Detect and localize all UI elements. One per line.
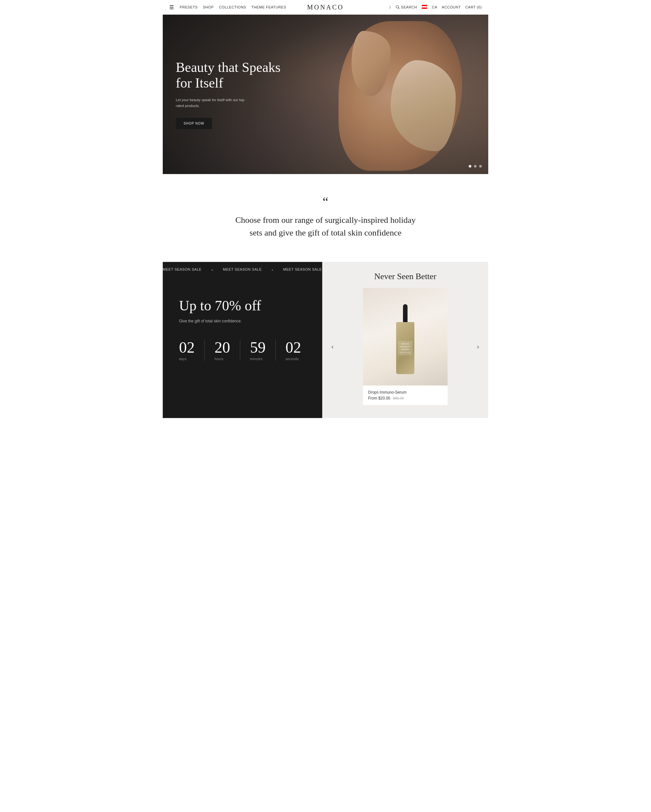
hero-dot-1[interactable]: [469, 165, 471, 168]
main-nav: PRESETS SHOP COLLECTIONS THEME FEATURES: [180, 5, 286, 9]
bottle-product-sub: AMINO SERUM: [399, 352, 411, 353]
countdown-seconds: 02 seconds: [286, 340, 311, 361]
country-flag-icon: [422, 5, 427, 10]
countdown-minutes: 59 minutes: [250, 340, 276, 361]
hamburger-icon[interactable]: ☰: [169, 4, 174, 11]
days-value: 02: [179, 340, 195, 355]
hero-content: Beauty that Speaks for Itself Let your b…: [163, 60, 300, 130]
dark-panel: Meet Season Sale • Meet Season Sale • Me…: [163, 262, 322, 418]
hero-subtitle: Let your beauty speak for itself with ou…: [176, 97, 248, 109]
hours-label: hours: [214, 357, 230, 361]
countdown-hours: 20 hours: [214, 340, 240, 361]
hours-value: 20: [214, 340, 230, 355]
ticker-item-1: Meet Season Sale: [163, 267, 211, 273]
product-image[interactable]: MÁDARA INFINITY DROPS AMINO SERUM: [363, 288, 448, 386]
header: ☰ PRESETS SHOP COLLECTIONS THEME FEATURE…: [163, 0, 488, 15]
nav-shop[interactable]: SHOP: [203, 5, 214, 9]
product-bottle: MÁDARA INFINITY DROPS AMINO SERUM: [392, 304, 418, 369]
site-logo[interactable]: MONACO: [307, 4, 344, 11]
price-original: $85.00: [393, 396, 404, 400]
minutes-label: minutes: [250, 357, 266, 361]
header-right: ☽ SEARCH CA ACCOUNT CART (0): [388, 5, 482, 10]
price-current: From $20.00: [368, 396, 390, 400]
quote-mark: “: [176, 197, 475, 207]
bottle-brand-text: MÁDARA: [399, 343, 411, 345]
product-pricing: From $20.00 $85.00: [368, 396, 442, 400]
sale-subtitle: Give the gift of total skin confidence.: [179, 319, 306, 324]
countdown: 02 days 20 hours 59 minutes 02 seconds: [179, 340, 306, 361]
carousel-prev-button[interactable]: ‹: [329, 340, 336, 353]
ticker-dot-2: •: [272, 267, 274, 273]
account-link[interactable]: ACCOUNT: [442, 5, 461, 9]
hero-dots: [469, 165, 482, 168]
hero-section: Beauty that Speaks for Itself Let your b…: [163, 15, 488, 174]
seconds-value: 02: [286, 340, 301, 355]
search-button[interactable]: SEARCH: [396, 5, 417, 9]
svg-line-1: [399, 8, 399, 9]
hero-title: Beauty that Speaks for Itself: [176, 60, 300, 91]
bottle-cap: [403, 304, 408, 324]
split-section: Meet Season Sale • Meet Season Sale • Me…: [163, 262, 488, 418]
cart-link[interactable]: CART (0): [466, 5, 482, 9]
product-info: Drops Immuno-Serum From $20.00 $85.00: [363, 386, 448, 405]
carousel-next-button[interactable]: ›: [474, 340, 482, 353]
hero-dot-2[interactable]: [474, 165, 477, 168]
quote-section: “ Choose from our range of surgically-in…: [163, 174, 488, 262]
product-name: Drops Immuno-Serum: [368, 390, 442, 395]
bottle-product-name: INFINITY DROPS: [399, 345, 411, 351]
ticker-bar: Meet Season Sale • Meet Season Sale • Me…: [163, 262, 322, 278]
days-label: days: [179, 357, 195, 361]
product-card-wrapper: ‹ 77% SALE MÁDARA INFINITY DROPS AMINO S…: [329, 288, 482, 405]
svg-point-0: [396, 6, 399, 8]
light-panel: Never Seen Better ‹ 77% SALE MÁDARA INFI…: [322, 262, 488, 418]
product-card: 77% SALE MÁDARA INFINITY DROPS AMINO SER…: [363, 288, 448, 405]
header-left: ☰ PRESETS SHOP COLLECTIONS THEME FEATURE…: [169, 4, 286, 11]
quote-text: Choose from our range of surgically-insp…: [231, 214, 420, 239]
nav-collections[interactable]: COLLECTIONS: [219, 5, 246, 9]
minutes-value: 59: [250, 340, 266, 355]
panel-title: Never Seen Better: [374, 272, 437, 281]
bottle-body: MÁDARA INFINITY DROPS AMINO SERUM: [396, 322, 414, 374]
dark-mode-icon[interactable]: ☽: [388, 5, 391, 9]
bottle-label: MÁDARA INFINITY DROPS AMINO SERUM: [398, 341, 413, 356]
ticker-item-2: Meet Season Sale: [223, 267, 272, 273]
nav-presets[interactable]: PRESETS: [180, 5, 197, 9]
search-label: SEARCH: [401, 5, 417, 9]
sale-title: Up to 70% off: [179, 298, 306, 314]
ticker-dot-1: •: [211, 267, 213, 273]
shop-now-button[interactable]: SHOP NOW: [176, 118, 212, 129]
countdown-days: 02 days: [179, 340, 205, 361]
nav-theme-features[interactable]: THEME FEATURES: [251, 5, 286, 9]
header-center: MONACO: [307, 4, 344, 11]
ticker-inner: Meet Season Sale • Meet Season Sale • Me…: [163, 267, 322, 273]
hero-dot-3[interactable]: [479, 165, 482, 168]
dark-panel-content: Up to 70% off Give the gift of total ski…: [163, 278, 322, 380]
country-code[interactable]: CA: [432, 5, 437, 9]
seconds-label: seconds: [286, 357, 301, 361]
ticker-item-3: Meet Season Sale: [283, 267, 322, 273]
